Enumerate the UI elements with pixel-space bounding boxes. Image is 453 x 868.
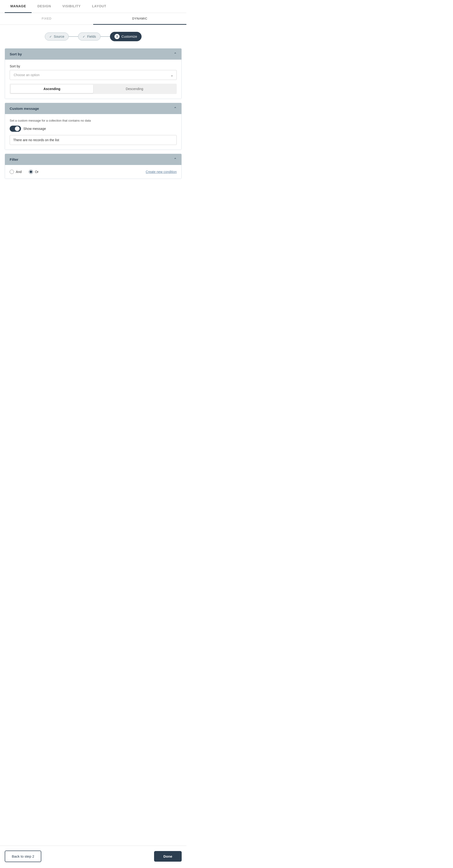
ascending-button[interactable]: Ascending <box>10 85 93 93</box>
sort-by-select[interactable]: Choose an option <box>10 70 177 80</box>
filter-body: And Or Create new condition <box>5 165 181 179</box>
nav-design[interactable]: DESIGN <box>32 0 57 13</box>
tab-fixed[interactable]: FIXED <box>0 13 93 25</box>
top-nav: MANAGE DESIGN VISIBILITY LAYOUT <box>0 0 187 13</box>
toggle-slider <box>10 126 21 132</box>
filter-chevron-icon: ⌃ <box>174 157 177 162</box>
sort-by-chevron-icon: ⌃ <box>174 52 177 56</box>
sort-by-body: Sort by Choose an option ⌄ Ascending Des… <box>5 60 181 99</box>
nav-visibility[interactable]: VISIBILITY <box>57 0 86 13</box>
sort-by-section: Sort by ⌃ Sort by Choose an option ⌄ Asc… <box>5 48 182 99</box>
show-message-toggle[interactable] <box>10 126 21 132</box>
sort-by-label: Sort by <box>10 64 177 68</box>
custom-message-section: Custom message ⌃ Set a custom message fo… <box>5 103 182 150</box>
and-radio[interactable] <box>10 170 14 174</box>
step-source-check: ✓ <box>49 35 52 38</box>
done-button[interactable]: Done <box>154 851 182 862</box>
custom-message-title: Custom message <box>10 106 39 111</box>
or-radio[interactable] <box>29 170 33 174</box>
nav-layout[interactable]: LAYOUT <box>86 0 112 13</box>
custom-message-description: Set a custom message for a collection th… <box>10 119 177 122</box>
nav-manage[interactable]: MANAGE <box>5 0 32 13</box>
steps-container: ✓ Source ✓ Fields 3 Customize <box>0 25 187 48</box>
bottom-bar: Back to step 2 Done <box>0 846 187 867</box>
and-label[interactable]: And <box>16 170 22 174</box>
sort-by-title: Sort by <box>10 52 22 56</box>
show-message-label: Show message <box>23 127 46 130</box>
step-fields-label: Fields <box>87 35 96 38</box>
show-message-toggle-row: Show message <box>10 126 177 132</box>
create-condition-link[interactable]: Create new condition <box>146 170 177 174</box>
descending-button[interactable]: Descending <box>93 85 176 93</box>
step-customize-number: 3 <box>114 34 120 39</box>
sort-order-buttons: Ascending Descending <box>10 84 177 94</box>
tab-dynamic[interactable]: DYNAMIC <box>93 13 187 25</box>
filter-header[interactable]: Filter ⌃ <box>5 154 181 165</box>
and-radio-group: And <box>10 170 22 174</box>
sub-tabs: FIXED DYNAMIC <box>0 13 187 25</box>
step-customize[interactable]: 3 Customize <box>110 32 142 41</box>
or-radio-group: Or <box>29 170 39 174</box>
step-source-label: Source <box>54 35 64 38</box>
back-button[interactable]: Back to step 2 <box>5 850 41 862</box>
step-source[interactable]: ✓ Source <box>45 33 69 40</box>
step-fields-check: ✓ <box>83 35 85 38</box>
or-label[interactable]: Or <box>35 170 39 174</box>
step-fields[interactable]: ✓ Fields <box>78 33 100 40</box>
sort-by-select-wrapper: Choose an option ⌄ <box>10 70 177 80</box>
custom-message-chevron-icon: ⌃ <box>174 106 177 111</box>
custom-message-body: Set a custom message for a collection th… <box>5 114 181 150</box>
filter-title: Filter <box>10 157 19 161</box>
custom-message-header[interactable]: Custom message ⌃ <box>5 103 181 114</box>
message-input[interactable] <box>10 135 177 145</box>
step-connector-1 <box>69 36 78 37</box>
filter-section: Filter ⌃ And Or Create new condition <box>5 154 182 179</box>
step-customize-label: Customize <box>121 35 137 38</box>
step-connector-2 <box>101 36 110 37</box>
spacer <box>0 183 187 836</box>
sort-by-header[interactable]: Sort by ⌃ <box>5 49 181 60</box>
